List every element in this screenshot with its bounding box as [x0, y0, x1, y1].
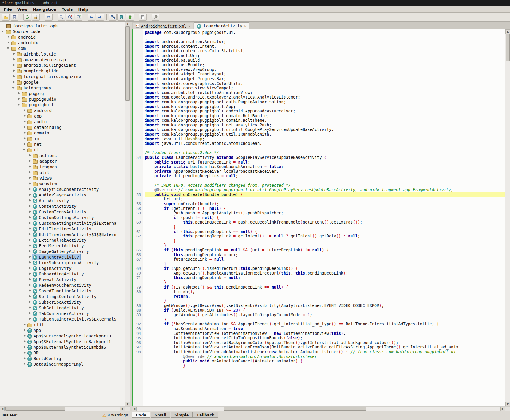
expander-right-icon[interactable]: [23, 114, 26, 118]
tree-item-br[interactable]: BR: [0, 350, 125, 356]
save-all-button[interactable]: [11, 14, 18, 21]
scroll-right-icon[interactable]: ▶: [120, 407, 125, 411]
sync-with-editor-button[interactable]: [45, 14, 53, 21]
log-viewer-button[interactable]: [139, 14, 147, 21]
tree-item-pugpigbolt[interactable]: pugpigbolt: [0, 102, 125, 107]
menu-tools[interactable]: Tools: [59, 7, 75, 12]
tree-item-foreignaffairs-apk[interactable]: foreignaffairs.apk: [0, 23, 125, 28]
expander-down-icon[interactable]: [23, 148, 26, 152]
tree-item-databindermapperimpl[interactable]: DataBinderMapperImpl: [0, 361, 125, 367]
tree-item-airbnb-lottie[interactable]: airbnb.lottie: [0, 51, 125, 57]
tree-item-domain[interactable]: domain: [0, 130, 125, 136]
deobfuscation-button[interactable]: [109, 14, 117, 21]
settings-button[interactable]: [152, 14, 159, 21]
expander-right-icon[interactable]: [12, 80, 16, 84]
expander-right-icon[interactable]: [28, 266, 32, 270]
expander-right-icon[interactable]: [28, 176, 32, 180]
tree-item-tabcontaineractivity[interactable]: TabContainerActivity: [0, 310, 125, 316]
expander-down-icon[interactable]: [12, 86, 16, 90]
tree-item-loginactivity[interactable]: LoginActivity: [0, 265, 125, 271]
menu-file[interactable]: File: [1, 7, 15, 12]
expander-down-icon[interactable]: [7, 46, 10, 50]
scroll-right-icon[interactable]: ▶: [500, 407, 505, 411]
expander-right-icon[interactable]: [23, 356, 26, 360]
quark-button[interactable]: [126, 14, 134, 21]
tree-item-com[interactable]: com: [0, 45, 125, 51]
expander-right-icon[interactable]: [28, 193, 32, 197]
menu-navigation[interactable]: Navigation: [30, 7, 59, 12]
tree-item-webview[interactable]: webview: [0, 181, 125, 186]
expander-right-icon[interactable]: [28, 215, 32, 219]
tree-item-app-externalsyntheticlambda6[interactable]: App$$ExternalSyntheticLambda6: [0, 344, 125, 350]
expander-right-icon[interactable]: [28, 232, 32, 236]
tree-item-databinding[interactable]: databinding: [0, 124, 125, 130]
tree-item-google[interactable]: google: [0, 79, 125, 85]
expander-right-icon[interactable]: [28, 317, 32, 321]
menu-help[interactable]: Help: [76, 7, 91, 12]
expander-right-icon[interactable]: [17, 91, 21, 95]
expander-right-icon[interactable]: [12, 58, 16, 61]
forward-button[interactable]: [96, 14, 104, 21]
tree-item-app-externalsyntheticbackport1[interactable]: App$$ExternalSyntheticBackport1: [0, 339, 125, 344]
tree-item-net[interactable]: net: [0, 141, 125, 147]
expander-right-icon[interactable]: [23, 362, 26, 366]
tree-item-bumptech-glide[interactable]: bumptech.glide: [0, 68, 125, 74]
tree-item-onboardingactivity[interactable]: OnboardingActivity: [0, 271, 125, 277]
expander-right-icon[interactable]: [23, 125, 26, 129]
tree-item-android[interactable]: android: [0, 107, 125, 113]
export-button[interactable]: [32, 14, 40, 21]
expander-right-icon[interactable]: [28, 210, 32, 214]
editor-hscroll-thumb[interactable]: [224, 407, 366, 411]
editor-vscroll-track[interactable]: [505, 34, 510, 402]
scroll-down-icon[interactable]: ▼: [125, 402, 130, 406]
expander-right-icon[interactable]: [17, 97, 21, 101]
tree-item-app[interactable]: app: [0, 113, 125, 119]
view-tab-fallback[interactable]: Fallback: [193, 412, 218, 418]
tree-item-adapter[interactable]: adapter: [0, 158, 125, 164]
expander-right-icon[interactable]: [28, 204, 32, 208]
expander-right-icon[interactable]: [28, 255, 32, 259]
scroll-up-icon[interactable]: ▲: [505, 29, 510, 34]
expander-right-icon[interactable]: [28, 159, 32, 163]
tree-item-kaldorgroup[interactable]: kaldorgroup: [0, 85, 125, 91]
tree-item-edittimelinesactivity-1-extern[interactable]: EditTimelinesActivity$1$$Extern: [0, 232, 125, 237]
editor-horizontal-scrollbar[interactable]: ◀ ▶: [132, 406, 505, 411]
warnings-badge[interactable]: ⚠ 8 warnings: [102, 413, 128, 418]
expander-right-icon[interactable]: [28, 187, 32, 191]
expander-right-icon[interactable]: [28, 261, 32, 264]
tree-item-imagegalleryactivity[interactable]: ImageGalleryActivity: [0, 248, 125, 254]
tree-hscroll-thumb[interactable]: [5, 407, 65, 411]
expander-right-icon[interactable]: [28, 221, 32, 225]
scroll-left-icon[interactable]: ◀: [0, 407, 5, 411]
expander-right-icon[interactable]: [28, 289, 32, 293]
expander-right-icon[interactable]: [23, 323, 26, 327]
tree-item-subscribeactivity[interactable]: SubscribeActivity: [0, 299, 125, 305]
expander-right-icon[interactable]: [28, 306, 32, 310]
tree-item-contentactivity[interactable]: ContentActivity: [0, 203, 125, 209]
expander-right-icon[interactable]: [28, 300, 32, 304]
tree-item-tabcontaineractivity-externals[interactable]: TabContainerActivity$$ExternalS: [0, 316, 125, 322]
tree-item-feedselectactivity[interactable]: FeedSelectActivity: [0, 243, 125, 248]
view-tab-code[interactable]: Code: [132, 412, 150, 418]
tree-item-externaltabactivity[interactable]: ExternalTabActivity: [0, 237, 125, 243]
tree-item-views[interactable]: views: [0, 175, 125, 181]
tree-hscroll-track[interactable]: [5, 407, 120, 411]
close-icon[interactable]: ×: [188, 24, 191, 28]
tree-item-audioplayeractivity[interactable]: AudioPlayerActivity: [0, 192, 125, 198]
tree-item-edittimelinesactivity[interactable]: EditTimelinesActivity: [0, 226, 125, 232]
expander-right-icon[interactable]: [12, 75, 16, 78]
expander-right-icon[interactable]: [7, 35, 10, 39]
tree-item-io[interactable]: io: [0, 136, 125, 141]
text-search-button[interactable]: [58, 14, 65, 21]
expander-right-icon[interactable]: [23, 328, 26, 332]
tree-item-pugpigaudio[interactable]: pugpigaudio: [0, 96, 125, 102]
reload-button[interactable]: [23, 14, 31, 21]
class-search-button[interactable]: [66, 14, 74, 21]
code-area[interactable]: package com.kaldorgroup.pugpigbolt.ui; i…: [143, 29, 505, 406]
tree-item-androidx[interactable]: androidx: [0, 40, 125, 45]
tree-item-foreignaffairs-magazine[interactable]: foreignaffairs.magazine: [0, 74, 125, 79]
tree-item-launcheractivity[interactable]: LauncherActivity: [0, 254, 125, 260]
tree-item-source-code[interactable]: Source code: [0, 28, 125, 34]
tree-item-linksubscriptionactivity[interactable]: LinkSubscriptionActivity: [0, 260, 125, 265]
tree-item-authactivity[interactable]: AuthActivity: [0, 198, 125, 203]
